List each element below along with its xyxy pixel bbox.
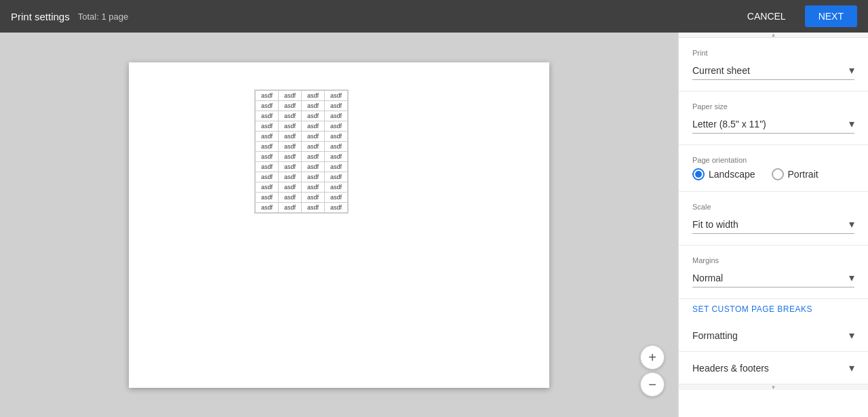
portrait-radio[interactable] (772, 168, 784, 180)
table-cell: asdf (302, 141, 325, 151)
table-cell: asdf (279, 90, 302, 100)
topbar: Print settings Total: 1 page CANCEL NEXT (0, 0, 868, 33)
scroll-indicator-top (679, 33, 868, 38)
paper-size-arrow: ▾ (849, 117, 854, 130)
paper-size-dropdown[interactable]: Letter (8.5" x 11") ▾ (692, 115, 854, 134)
table-row: asdfasdfasdfasdf (256, 131, 348, 141)
print-dropdown-arrow: ▾ (849, 64, 854, 77)
table-cell: asdf (279, 141, 302, 151)
table-cell: asdf (279, 151, 302, 161)
print-value: Current sheet (692, 65, 750, 76)
landscape-radio[interactable] (692, 168, 705, 180)
headers-footers-section[interactable]: Headers & footers ▾ (679, 352, 868, 384)
table-row: asdfasdfasdfasdf (256, 161, 348, 172)
table-row: asdfasdfasdfasdf (256, 141, 348, 151)
table-row: asdfasdfasdfasdf (256, 100, 348, 111)
main-area: asdfasdfasdfasdfasdfasdfasdfasdfasdfasdf… (0, 33, 868, 417)
orientation-section: Page orientation Landscape Portrait (679, 145, 868, 192)
table-cell: asdf (256, 182, 279, 192)
topbar-left: Print settings Total: 1 page (11, 11, 128, 22)
page-title: Print settings (11, 11, 70, 22)
formatting-label: Formatting (692, 330, 738, 341)
table-cell: asdf (302, 90, 325, 100)
paper-size-value: Letter (8.5" x 11") (692, 119, 766, 130)
table-cell: asdf (302, 100, 325, 111)
headers-footers-label: Headers & footers (692, 363, 769, 374)
formatting-section[interactable]: Formatting ▾ (679, 319, 868, 352)
margins-dropdown[interactable]: Normal ▾ (692, 269, 854, 287)
next-button[interactable]: NEXT (805, 5, 857, 27)
custom-breaks-link[interactable]: SET CUSTOM PAGE BREAKS (679, 299, 868, 319)
table-cell: asdf (256, 202, 279, 212)
table-cell: asdf (302, 111, 325, 121)
margins-label: Margins (692, 256, 854, 264)
table-cell: asdf (302, 121, 325, 131)
table-cell: asdf (302, 151, 325, 161)
table-cell: asdf (325, 192, 348, 202)
zoom-in-button[interactable]: + (640, 345, 665, 370)
table-cell: asdf (302, 161, 325, 172)
table-row: asdfasdfasdfasdf (256, 111, 348, 121)
table-row: asdfasdfasdfasdf (256, 182, 348, 192)
table-cell: asdf (256, 151, 279, 161)
page-content: asdfasdfasdfasdfasdfasdfasdfasdfasdfasdf… (254, 90, 349, 214)
table-cell: asdf (256, 90, 279, 100)
table-cell: asdf (279, 121, 302, 131)
table-cell: asdf (279, 100, 302, 111)
print-dropdown[interactable]: Current sheet ▾ (692, 61, 854, 80)
table-row: asdfasdfasdfasdf (256, 202, 348, 212)
table-cell: asdf (302, 182, 325, 192)
page-preview: asdfasdfasdfasdfasdfasdfasdfasdfasdfasdf… (129, 62, 549, 388)
portrait-option[interactable]: Portrait (772, 168, 818, 180)
table-cell: asdf (256, 161, 279, 172)
landscape-option[interactable]: Landscape (692, 168, 755, 180)
table-cell: asdf (325, 141, 348, 151)
headers-footers-arrow: ▾ (849, 361, 854, 374)
settings-panel: Print Current sheet ▾ Paper size Letter … (678, 33, 868, 417)
table-cell: asdf (279, 161, 302, 172)
page-subtitle: Total: 1 page (78, 12, 128, 22)
scale-dropdown[interactable]: Fit to width ▾ (692, 215, 854, 234)
table-cell: asdf (325, 121, 348, 131)
table-cell: asdf (279, 202, 302, 212)
table-row: asdfasdfasdfasdf (256, 121, 348, 131)
scroll-indicator-bottom (679, 384, 868, 390)
margins-value: Normal (692, 273, 723, 283)
table-cell: asdf (302, 192, 325, 202)
table-cell: asdf (325, 131, 348, 141)
table-cell: asdf (302, 172, 325, 182)
orientation-label: Page orientation (692, 156, 854, 164)
table-cell: asdf (325, 182, 348, 192)
table-row: asdfasdfasdfasdf (256, 192, 348, 202)
table-cell: asdf (325, 161, 348, 172)
table-cell: asdf (256, 141, 279, 151)
table-cell: asdf (325, 100, 348, 111)
zoom-out-button[interactable]: − (640, 372, 665, 397)
scale-value: Fit to width (692, 219, 738, 230)
margins-arrow: ▾ (849, 271, 854, 284)
table-cell: asdf (279, 131, 302, 141)
table-cell: asdf (325, 172, 348, 182)
table-cell: asdf (302, 202, 325, 212)
table-row: asdfasdfasdfasdf (256, 172, 348, 182)
margins-section: Margins Normal ▾ (679, 245, 868, 299)
data-table: asdfasdfasdfasdfasdfasdfasdfasdfasdfasdf… (255, 90, 348, 213)
table-cell: asdf (256, 192, 279, 202)
table-cell: asdf (256, 131, 279, 141)
paper-size-section: Paper size Letter (8.5" x 11") ▾ (679, 92, 868, 145)
scale-section: Scale Fit to width ▾ (679, 192, 868, 245)
table-cell: asdf (256, 121, 279, 131)
table-cell: asdf (325, 202, 348, 212)
preview-area: asdfasdfasdfasdfasdfasdfasdfasdfasdfasdf… (0, 33, 678, 417)
portrait-label: Portrait (788, 169, 818, 180)
table-row: asdfasdfasdfasdf (256, 90, 348, 100)
cancel-button[interactable]: CANCEL (736, 5, 797, 27)
table-cell: asdf (325, 90, 348, 100)
scale-label: Scale (692, 203, 854, 211)
topbar-actions: CANCEL NEXT (736, 5, 857, 27)
formatting-arrow: ▾ (849, 329, 854, 342)
table-cell: asdf (279, 172, 302, 182)
table-cell: asdf (279, 182, 302, 192)
print-label: Print (692, 49, 854, 57)
paper-size-label: Paper size (692, 102, 854, 111)
